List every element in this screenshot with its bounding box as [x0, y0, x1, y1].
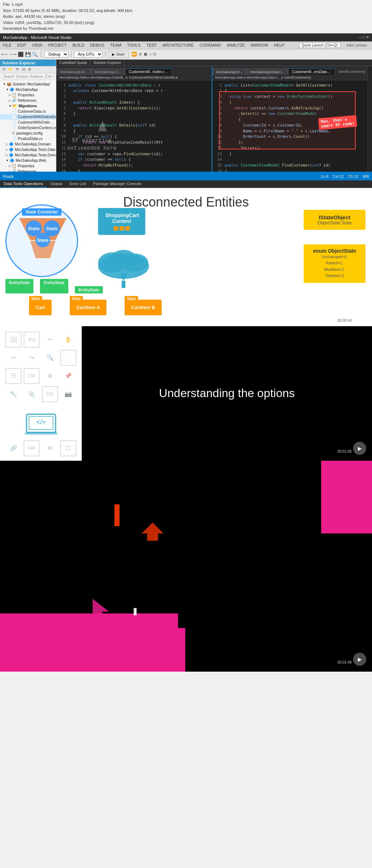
entity-state-1: EntityState: [5, 279, 33, 293]
se-web-references[interactable]: ▷🔗 References: [0, 169, 56, 172]
se-folder-btn[interactable]: 📁: [7, 67, 14, 72]
se-productdata[interactable]: ▷📄 ProductData.cs: [0, 136, 56, 141]
se-tests-data-project[interactable]: ▷🔷 MvcSalesApp.Tests.Data: [0, 147, 56, 152]
decor-icon-16: 📷: [60, 386, 76, 402]
se-domain-project[interactable]: ▷🔷 MvcSalesApp.Domain: [0, 141, 56, 147]
enum-box: enum ObjectState Unchanged=0,Added=1,Mod…: [304, 244, 365, 283]
menu-window[interactable]: WINDOW: [248, 42, 271, 48]
menu-file[interactable]: FILE: [0, 42, 14, 48]
se-collapse-btn[interactable]: ⊟: [21, 67, 26, 72]
start-button[interactable]: ▶ Start: [108, 51, 128, 58]
cart-item-b-state-tag: State: [125, 296, 138, 301]
file-info-line2: Size: 57105.40 bytes (5.45 MiB), duratio…: [3, 8, 369, 14]
debug-config-select[interactable]: Debug: [44, 51, 69, 57]
se-header: Solution Explorer: [0, 60, 56, 66]
menu-architecture[interactable]: ARCHITECTURE: [159, 42, 197, 48]
slide1-timestamp: 00:00:44: [337, 319, 352, 323]
menu-view[interactable]: VIEW: [29, 42, 45, 48]
slide3-play-btn[interactable]: ▶: [353, 653, 366, 666]
cart-item-b-box: State CartItem B: [125, 300, 162, 315]
se-project-mvc[interactable]: ▼🔷 MvcSalesApp: [0, 87, 56, 92]
right-code-pane[interactable]: 1public List<CustomerViewModel> GetAllCu…: [213, 80, 368, 172]
enum-title: enum ObjectState: [310, 248, 360, 254]
decor-icon-5: ↩: [5, 350, 21, 366]
slide1-play-btn[interactable]: ▶: [353, 310, 366, 323]
status-extra: 606: [363, 174, 369, 179]
tab-data-mvc[interactable]: MvcSalesApp.D...: [213, 68, 247, 75]
file-info-line3: Audio: aac, 44100 Hz, stereo (eng): [3, 13, 369, 20]
menu-test[interactable]: TEST: [143, 42, 159, 48]
menu-codeaid[interactable]: CODEMAID: [197, 42, 224, 48]
istate-sub: ObjectState State: [310, 220, 360, 225]
slide2-play-btn[interactable]: ▶: [353, 442, 366, 455]
se-search-input[interactable]: [1, 74, 54, 79]
ctx-sq-2: [120, 226, 124, 231]
decor-icon-13: 🔧: [5, 386, 21, 402]
menu-edit[interactable]: EDIT: [14, 42, 29, 48]
pink-block-top-right: [321, 461, 372, 533]
slide-abstract: 00:01:48 ▶: [0, 461, 372, 672]
menu-tools[interactable]: TOOLS: [124, 42, 143, 48]
tab-customers-controller[interactable]: CustomersW...troller.cs ✕: [125, 68, 172, 75]
cart-state-tag: State: [29, 296, 42, 301]
se-references[interactable]: ▷🔗 References: [0, 98, 56, 103]
decor-icon-19: ✉: [42, 440, 58, 456]
arrow-shape-svg: [142, 523, 163, 541]
bottom-tab-data-tools[interactable]: Data Tools Operations: [0, 180, 47, 188]
se-customer-with-orders[interactable]: ▷📄 CustomerWithOrdersData.cs: [0, 114, 56, 120]
se-web-properties[interactable]: ▷📋 Properties: [0, 163, 56, 169]
menu-build[interactable]: BUILD: [70, 42, 87, 48]
se-tests-domain-project[interactable]: ▷🔷 MvcSalesApp.Tests.Domain: [0, 152, 56, 158]
file-info-bar: File: 1.mp4 Size: 57105.40 bytes (5.45 M…: [0, 0, 372, 33]
se-customer-with-orders-d[interactable]: ▷📄 CustomerWithOrdersData_D: [0, 120, 56, 125]
cart-items-row: State Cart State CartItem A State CartIt…: [29, 300, 162, 315]
bottom-tab-package-manager[interactable]: Package Manager Console: [89, 180, 145, 188]
state-converter-circle: State Converter State State State: [5, 204, 78, 277]
status-left: Ready: [3, 174, 14, 179]
se-customerdata[interactable]: ▷📄 CustomerData.cs: [0, 109, 56, 114]
se-packages-config[interactable]: ▷⚙ packages.config: [0, 131, 56, 136]
menu-analyze[interactable]: ANALYZE: [224, 42, 248, 48]
decor-icon-7: 🔍: [42, 350, 58, 366]
toolbar-more-icons: ⏩ ⏸ ⏹ ↺ ⚙: [132, 52, 157, 57]
tab-data-c[interactable]: MvcSalesApp.Data.C...: [246, 68, 288, 75]
decor-icon-11: ⚙: [42, 368, 58, 384]
tab-controllers-w[interactable]: MvcSalesApp.W...: [56, 68, 91, 75]
quick-launch-input[interactable]: Quick Launch (Ctrl+Q): [299, 43, 340, 48]
menu-debug[interactable]: DEBUG: [87, 42, 107, 48]
entity-state-2: EntityState: [40, 279, 68, 293]
right-breadcrumb: MvcSalesApp.Data ▸ MvcSalesApp.Data.C...…: [213, 75, 368, 80]
tab-close-btn[interactable]: ✕: [169, 70, 172, 74]
slide-right-content: Understanding the options: [82, 326, 372, 461]
bottom-tab-output[interactable]: Output: [47, 180, 66, 188]
tab-customer-with-orders-data[interactable]: CustomerW...ersData.cs ✕: [288, 68, 335, 75]
tab-close-right-btn[interactable]: ✕: [334, 70, 335, 74]
menu-project[interactable]: PROJECT: [45, 42, 69, 48]
bottom-tab-error-list[interactable]: Error List: [66, 180, 90, 188]
se-properties[interactable]: ▷📋 Properties: [0, 92, 56, 98]
se-props-btn[interactable]: ⚙: [27, 67, 32, 72]
tab-getall-customers[interactable]: GetAllCustomers(): [336, 68, 368, 75]
vs-window-controls[interactable]: – □ ✕: [359, 35, 369, 40]
se-solution-node[interactable]: ▼📦 Solution 'MvcSalesApp': [0, 81, 56, 87]
tab-controllers-c[interactable]: MvcSalesApp.C...: [91, 68, 125, 75]
se-sync-btn[interactable]: ⟳: [1, 67, 7, 72]
menu-help[interactable]: HELP: [271, 42, 287, 48]
file-info-line5: Generated by Thumbnail.me: [3, 25, 369, 32]
left-code-pane[interactable]: 1public class CustomersWithOrdersData : …: [56, 80, 212, 172]
menu-team[interactable]: TEAM: [107, 42, 124, 48]
file-info-line4: Video: h264, yuv420p, 1280x720, 30.00 fp…: [3, 20, 369, 26]
code-editor-area: CodeMaid Spade Solution Explorer MvcSale…: [56, 60, 372, 172]
funnel-svg: State State State: [16, 215, 70, 265]
cpu-config-select[interactable]: Any CPU: [74, 51, 103, 57]
cursor-shape-svg: [89, 599, 118, 621]
se-web-project[interactable]: ▼🔷 MvcSalesApp.Web: [0, 158, 56, 163]
se-show-all-btn[interactable]: 👁: [15, 67, 20, 72]
codemaid-btn[interactable]: CodeMaid Spade: [56, 60, 90, 66]
solution-explorer-btn[interactable]: Solution Explorer: [90, 60, 124, 66]
decor-icon-20: ☐: [60, 440, 76, 456]
se-migrations[interactable]: ▼📂 Migrations: [0, 103, 56, 109]
se-order-system-context[interactable]: ▷📄 OrderSystemContext.cs: [0, 125, 56, 131]
solution-explorer: Solution Explorer ⟳ 📁 👁 ⊟ ⚙ ▼📦 Solution …: [0, 60, 56, 172]
text-cursor: [134, 608, 137, 615]
